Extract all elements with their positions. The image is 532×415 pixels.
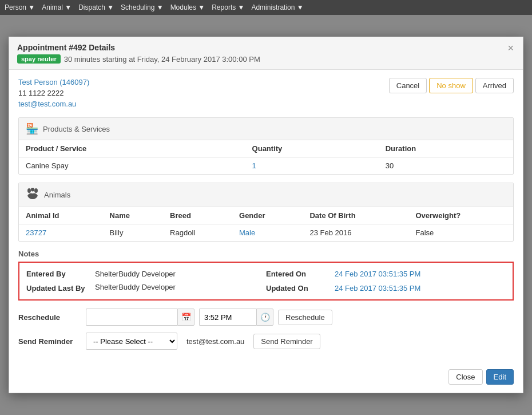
col-name: Name xyxy=(103,207,164,224)
notes-label: Notes xyxy=(18,250,514,258)
noshow-button[interactable]: No show xyxy=(429,78,473,93)
col-animalid: Animal Id xyxy=(19,207,103,224)
nav-item-person[interactable]: Person ▼ xyxy=(5,3,35,11)
modal-subtitle: spay neuter 30 minutes starting at Frida… xyxy=(17,54,260,64)
animals-icon xyxy=(26,188,39,202)
col-gender: Gender xyxy=(232,207,303,224)
send-reminder-button[interactable]: Send Reminder xyxy=(253,334,320,349)
products-section-header: 🏪 Products & Services xyxy=(19,118,513,140)
modal-header: Appointment #492 Details spay neuter 30 … xyxy=(9,37,523,70)
contact-email-link[interactable]: test@test.com.au xyxy=(18,100,76,108)
arrived-button[interactable]: Arrived xyxy=(475,78,514,93)
animals-section: Animals Animal Id Name Breed Gender Date… xyxy=(18,183,514,242)
col-quantity: Quantity xyxy=(245,140,379,157)
notes-highlighted-box: Entered By ShelterBuddy Developer Entere… xyxy=(18,262,514,301)
product-duration: 30 xyxy=(379,157,513,175)
reminder-label: Send Reminder xyxy=(18,337,81,346)
updated-last-label: Updated Last By xyxy=(26,283,95,294)
animal-id[interactable]: 23727 xyxy=(19,224,103,242)
reminder-email: test@test.com.au xyxy=(182,337,249,346)
nav-item-modules[interactable]: Modules ▼ xyxy=(170,3,205,11)
time-input-wrapper: 🕐 xyxy=(199,309,273,326)
reschedule-row: Reschedule 📅 🕐 Reschedule xyxy=(18,309,514,326)
table-row: 23727 Billy Ragdoll Male 23 Feb 2016 Fal… xyxy=(19,224,513,242)
reschedule-label: Reschedule xyxy=(18,313,81,322)
animals-section-title: Animals xyxy=(44,191,70,199)
reschedule-date-input[interactable] xyxy=(86,309,177,326)
entered-by-value: ShelterBuddy Developer xyxy=(95,268,266,279)
table-row: Canine Spay 1 30 xyxy=(19,157,513,175)
modal-title: Appointment #492 Details xyxy=(17,43,260,52)
appointment-subtitle: 30 minutes starting at Friday, 24 Februa… xyxy=(64,55,260,64)
cancel-button[interactable]: Cancel xyxy=(389,78,427,93)
animals-table: Animal Id Name Breed Gender Date Of Birt… xyxy=(19,207,513,241)
col-breed: Breed xyxy=(163,207,232,224)
entered-by-label: Entered By xyxy=(26,268,95,279)
action-buttons: Cancel No show Arrived xyxy=(389,78,514,93)
notes-grid: Entered By ShelterBuddy Developer Entere… xyxy=(26,268,506,294)
svg-point-0 xyxy=(27,188,31,193)
reminder-row: Send Reminder -- Please Select -- test@t… xyxy=(18,333,514,350)
top-row: Test Person (146097) 11 1122 2222 test@t… xyxy=(18,78,514,108)
clock-icon[interactable]: 🕐 xyxy=(256,309,273,326)
animal-name: Billy xyxy=(103,224,164,242)
reschedule-time-input[interactable] xyxy=(199,309,256,326)
animal-overweight: False xyxy=(408,224,513,242)
col-duration: Duration xyxy=(379,140,513,157)
nav-item-dispatch[interactable]: Dispatch ▼ xyxy=(78,3,114,11)
product-name: Canine Spay xyxy=(19,157,245,175)
reschedule-button[interactable]: Reschedule xyxy=(278,310,332,325)
close-button[interactable]: Close xyxy=(448,369,482,385)
product-quantity: 1 xyxy=(245,157,379,175)
edit-button[interactable]: Edit xyxy=(486,369,514,385)
appointment-badge: spay neuter xyxy=(17,54,61,64)
contact-info: Test Person (146097) 11 1122 2222 test@t… xyxy=(18,78,89,108)
date-input-wrapper: 📅 xyxy=(86,309,194,326)
nav-item-animal[interactable]: Animal ▼ xyxy=(42,3,72,11)
entered-on-value: 24 Feb 2017 03:51:35 PM xyxy=(335,268,506,279)
calendar-icon[interactable]: 📅 xyxy=(177,309,194,326)
animal-breed: Ragdoll xyxy=(163,224,232,242)
contact-name-link[interactable]: Test Person (146097) xyxy=(18,78,89,86)
col-product: Product / Service xyxy=(19,140,245,157)
notes-section: Notes Entered By ShelterBuddy Developer … xyxy=(18,250,514,301)
close-icon[interactable]: × xyxy=(506,43,515,53)
contact-phone: 11 1122 2222 xyxy=(18,89,89,97)
reminder-select[interactable]: -- Please Select -- xyxy=(86,333,177,350)
products-table: Product / Service Quantity Duration Cani… xyxy=(19,140,513,174)
products-icon: 🏪 xyxy=(26,122,38,135)
svg-point-1 xyxy=(31,188,34,192)
updated-on-value: 24 Feb 2017 03:51:35 PM xyxy=(335,283,506,294)
col-overweight: Overweight? xyxy=(408,207,513,224)
nav-item-administration[interactable]: Administration ▼ xyxy=(251,3,303,11)
animals-section-header: Animals xyxy=(19,183,513,207)
animal-dob: 23 Feb 2016 xyxy=(303,224,408,242)
svg-point-2 xyxy=(34,188,38,193)
entered-on-label: Entered On xyxy=(266,268,335,279)
updated-last-value: ShelterBuddy Developer xyxy=(95,283,266,291)
nav-item-scheduling[interactable]: Scheduling ▼ xyxy=(121,3,164,11)
products-section: 🏪 Products & Services Product / Service … xyxy=(18,117,514,175)
updated-on-label: Updated On xyxy=(266,283,335,294)
products-section-title: Products & Services xyxy=(43,125,110,133)
col-dob: Date Of Birth xyxy=(303,207,408,224)
animal-gender: Male xyxy=(232,224,303,242)
nav-item-reports[interactable]: Reports ▼ xyxy=(212,3,244,11)
modal-footer: Close Edit xyxy=(9,365,523,393)
